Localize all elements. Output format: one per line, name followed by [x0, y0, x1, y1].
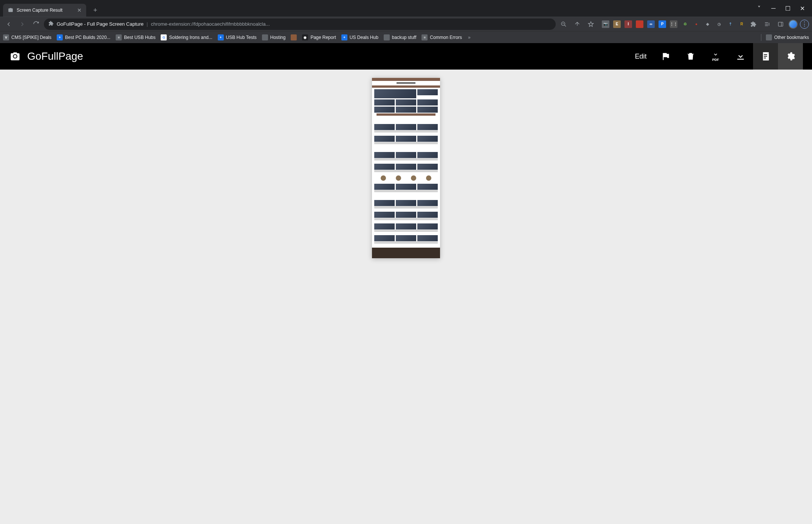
other-bookmarks-label: Other bookmarks — [774, 35, 809, 40]
bookmark-favicon: + — [57, 34, 63, 40]
extension-icon[interactable]: ● — [693, 20, 700, 28]
pdf-label: PDF — [712, 58, 719, 62]
bookmark-favicon: + — [341, 34, 347, 40]
other-bookmarks[interactable]: Other bookmarks — [766, 34, 809, 40]
address-bar[interactable]: GoFullPage - Full Page Screen Capture | … — [44, 19, 556, 30]
bookmark-item[interactable]: +Best PC Builds 2020... — [57, 34, 110, 40]
gear-icon — [786, 51, 795, 61]
browser-toolbar: GoFullPage - Full Page Screen Capture | … — [0, 17, 812, 31]
bookmark-favicon — [291, 34, 297, 40]
bookmark-item[interactable]: GSoldering Irons and... — [161, 34, 212, 40]
bookmark-item[interactable]: ≡Common Errors — [421, 34, 462, 40]
download-image-button[interactable] — [728, 43, 753, 70]
nav-reload-button[interactable] — [30, 19, 42, 30]
reading-list-icon[interactable] — [761, 19, 773, 30]
side-panel-icon[interactable] — [775, 19, 786, 30]
extension-icon[interactable]: ⇡ — [727, 20, 734, 28]
bookmark-item[interactable]: +USB Hub Tests — [218, 34, 257, 40]
page-title-in-omnibox: GoFullPage - Full Page Screen Capture — [57, 21, 144, 27]
share-icon[interactable] — [572, 19, 583, 30]
bookmark-favicon — [384, 34, 390, 40]
bookmarks-divider — [761, 34, 761, 41]
delete-button[interactable] — [678, 43, 703, 70]
app-brand-label: GoFullPage — [27, 50, 83, 62]
bookmark-item[interactable]: ≡Best USB Hubs — [116, 34, 155, 40]
extension-icon[interactable]: ∞ — [647, 20, 655, 28]
zoom-icon[interactable] — [558, 19, 569, 30]
window-controls: ˅ ─ ☐ ✕ — [756, 5, 812, 17]
extension-icon[interactable]: ◷ — [715, 20, 723, 28]
bookmark-star-icon[interactable] — [585, 19, 597, 30]
extension-icon[interactable]: ◆ — [704, 20, 711, 28]
nav-forward-button[interactable] — [17, 19, 28, 30]
extension-icon[interactable]: 📷 — [602, 20, 609, 28]
extension-icon[interactable] — [636, 20, 643, 28]
window-caret-down-icon[interactable]: ˅ — [756, 5, 762, 11]
bookmark-label: Common Errors — [430, 35, 462, 40]
nav-back-button[interactable] — [3, 19, 14, 30]
app-brand: GoFullPage — [9, 50, 83, 62]
bookmark-label: Best PC Builds 2020... — [65, 35, 110, 40]
extension-icon[interactable]: ♻ — [681, 20, 689, 28]
svg-rect-1 — [778, 22, 783, 26]
bookmark-favicon: ◉ — [302, 34, 308, 40]
bookmark-favicon: ≡ — [421, 34, 428, 40]
bookmark-favicon: + — [218, 34, 224, 40]
download-pdf-button[interactable]: PDF — [703, 43, 728, 70]
bookmark-favicon: V — [3, 34, 9, 40]
bookmark-favicon: G — [161, 34, 167, 40]
page-url: chrome-extension://fdpohaocaechififmbbbb… — [151, 21, 270, 27]
bookmark-item[interactable]: ◉Page Report — [302, 34, 336, 40]
document-icon — [761, 51, 770, 61]
bookmark-label: Soldering Irons and... — [169, 35, 212, 40]
flag-button[interactable] — [653, 43, 678, 70]
chrome-menu-icon[interactable]: ⋮ — [800, 20, 809, 29]
window-minimize-icon[interactable]: ─ — [770, 5, 776, 11]
flag-icon — [661, 51, 671, 61]
download-icon — [736, 51, 745, 61]
camera-icon — [9, 51, 21, 62]
bookmarks-overflow[interactable]: » — [468, 35, 471, 40]
tab-close-icon[interactable]: ✕ — [77, 7, 82, 13]
extension-puzzle-icon — [48, 21, 54, 27]
download-arrow-icon — [711, 51, 720, 58]
tab-title: Screen Capture Result — [17, 8, 62, 13]
extensions-puzzle-icon[interactable] — [748, 19, 759, 30]
extension-icons-row: 📷EI∞P⋮⋮♻●◆◷⇡R — [599, 20, 745, 28]
bookmark-label: Hosting — [270, 35, 286, 40]
window-close-icon[interactable]: ✕ — [799, 5, 805, 11]
profile-avatar[interactable] — [789, 20, 798, 29]
extension-icon[interactable]: ⋮⋮ — [670, 20, 677, 28]
extension-icon[interactable]: I — [624, 20, 632, 28]
extension-icon[interactable]: R — [738, 20, 745, 28]
bookmark-label: US Deals Hub — [350, 35, 378, 40]
bookmark-item[interactable]: Hosting — [262, 34, 286, 40]
bookmarks-bar: VCMS [SPIKE] Deals+Best PC Builds 2020..… — [0, 31, 812, 43]
bookmark-favicon: ≡ — [116, 34, 122, 40]
bookmark-label: Best USB Hubs — [124, 35, 155, 40]
extension-icon[interactable]: P — [659, 20, 666, 28]
edit-label: Edit — [635, 53, 646, 60]
new-tab-button[interactable]: + — [90, 5, 101, 16]
bookmark-item[interactable]: VCMS [SPIKE] Deals — [3, 34, 51, 40]
window-titlebar: Screen Capture Result ✕ + ˅ ─ ☐ ✕ — [0, 0, 812, 17]
browser-tab-active[interactable]: Screen Capture Result ✕ — [3, 4, 86, 17]
trash-icon — [686, 51, 696, 61]
settings-button[interactable] — [778, 43, 803, 70]
app-header: GoFullPage Edit PDF — [0, 43, 812, 70]
bookmark-favicon — [262, 34, 268, 40]
bookmark-label: backup stuff — [392, 35, 417, 40]
edit-button[interactable]: Edit — [628, 43, 653, 70]
bookmark-item[interactable] — [291, 34, 297, 40]
files-button[interactable] — [753, 43, 778, 70]
window-maximize-icon[interactable]: ☐ — [785, 5, 791, 11]
bookmark-label: USB Hub Tests — [226, 35, 257, 40]
bookmark-label: Page Report — [310, 35, 336, 40]
tab-favicon-camera-icon — [8, 7, 14, 13]
bookmark-item[interactable]: +US Deals Hub — [341, 34, 378, 40]
bookmark-item[interactable]: backup stuff — [384, 34, 417, 40]
omnibox-separator: | — [147, 21, 148, 27]
bookmark-label: CMS [SPIKE] Deals — [11, 35, 51, 40]
extension-icon[interactable]: E — [613, 20, 621, 28]
